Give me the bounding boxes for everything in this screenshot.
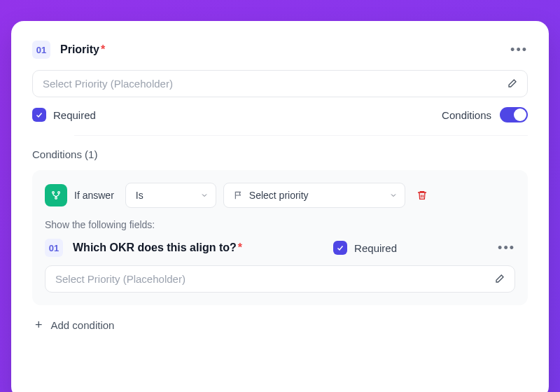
sub-field-row: 01 Which OKR does this align to?* Requir… — [45, 239, 515, 257]
priority-select[interactable]: Select Priority (Placeholder) — [32, 70, 528, 97]
divider — [74, 135, 528, 136]
svg-point-1 — [58, 192, 60, 194]
field-header: 01 Priority* ••• — [32, 41, 528, 59]
required-asterisk: * — [101, 43, 105, 55]
form-card: 01 Priority* ••• Select Priority (Placeh… — [11, 21, 549, 392]
sub-priority-select[interactable]: Select Priority (Placeholder) — [45, 265, 515, 293]
operator-value: Is — [136, 190, 144, 201]
condition-block: If answer Is Select priority Show th — [32, 170, 528, 305]
sub-field-more-icon[interactable]: ••• — [498, 241, 515, 255]
required-label: Required — [53, 109, 96, 121]
chevron-down-icon — [382, 191, 398, 200]
field-title: Priority* — [60, 43, 105, 56]
edit-icon[interactable] — [493, 274, 505, 285]
sub-required-label: Required — [354, 242, 397, 254]
required-asterisk: * — [238, 241, 242, 253]
field-title-text: Priority — [60, 43, 99, 55]
field-more-icon[interactable]: ••• — [510, 43, 528, 57]
conditions-heading: Conditions (1) — [32, 148, 528, 160]
condition-row: If answer Is Select priority — [45, 183, 515, 208]
conditions-label: Conditions — [442, 109, 491, 121]
plus-icon: + — [35, 318, 43, 332]
edit-icon[interactable] — [506, 78, 517, 90]
chevron-down-icon — [193, 191, 209, 200]
value-select[interactable]: Select priority — [223, 183, 405, 208]
value-placeholder: Select priority — [249, 190, 309, 201]
add-condition-button[interactable]: + Add condition — [32, 318, 528, 332]
branch-icon — [45, 184, 67, 206]
operator-select[interactable]: Is — [125, 183, 216, 208]
svg-point-0 — [52, 192, 55, 194]
sub-required-group: Required — [333, 241, 397, 255]
show-fields-label: Show the following fields: — [45, 219, 515, 230]
field-meta-row: Required Conditions — [32, 107, 528, 122]
flag-icon — [234, 190, 244, 200]
svg-point-2 — [55, 197, 57, 200]
delete-condition-button[interactable] — [416, 190, 428, 201]
required-checkbox[interactable] — [32, 108, 46, 122]
sub-required-checkbox[interactable] — [333, 241, 347, 255]
field-number-badge: 01 — [32, 41, 50, 59]
sub-field-title-text: Which OKR does this align to? — [73, 241, 237, 253]
if-answer-label: If answer — [74, 190, 114, 201]
sub-field-number-badge: 01 — [45, 239, 63, 257]
add-condition-label: Add condition — [51, 319, 115, 331]
conditions-toggle[interactable] — [500, 107, 528, 122]
sub-priority-placeholder: Select Priority (Placeholder) — [55, 273, 186, 285]
priority-select-placeholder: Select Priority (Placeholder) — [43, 78, 173, 90]
sub-field-title: Which OKR does this align to?* — [73, 241, 242, 254]
